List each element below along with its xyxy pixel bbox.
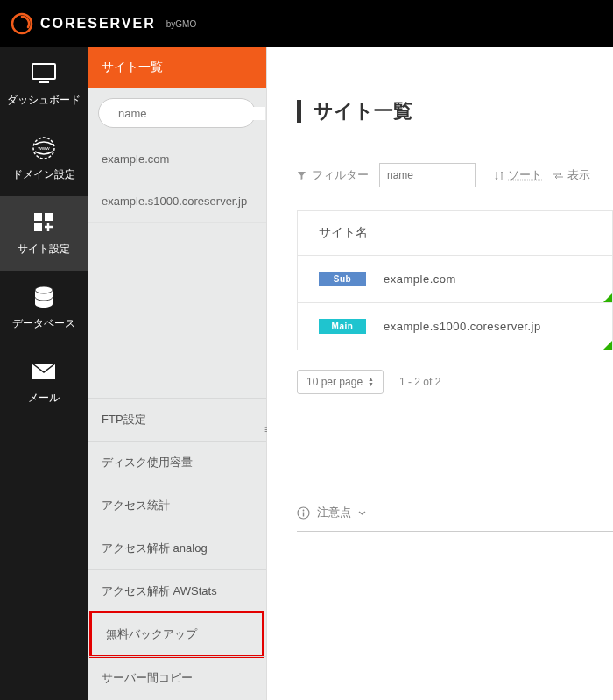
info-icon — [297, 506, 310, 520]
tool-disk[interactable]: ディスク使用容量 — [88, 441, 266, 484]
nav-label: データベース — [12, 316, 75, 331]
nav-database[interactable]: データベース — [0, 271, 88, 345]
globe-icon: www — [30, 136, 58, 160]
grid-plus-icon — [30, 210, 58, 235]
domain-text: example.com — [384, 272, 456, 286]
highlight-box: 無料バックアップ — [89, 611, 264, 658]
nav-domain[interactable]: www ドメイン設定 — [0, 122, 88, 196]
tool-stats[interactable]: アクセス統計 — [88, 484, 266, 527]
sort-button[interactable]: ソート — [495, 167, 542, 183]
svg-text:www: www — [38, 145, 51, 151]
filter-label: フィルター — [297, 167, 369, 183]
nav-mail[interactable]: メール — [0, 345, 88, 420]
nav-label: サイト設定 — [18, 242, 70, 257]
notes-toggle[interactable]: 注意点 — [297, 505, 613, 520]
row-corner-mark — [603, 293, 612, 302]
table-row[interactable]: Sub example.com — [298, 256, 612, 303]
sort-icon — [495, 171, 504, 180]
svg-rect-7 — [34, 223, 42, 231]
svg-rect-2 — [39, 81, 49, 83]
svg-rect-13 — [303, 512, 304, 516]
site-filter-input[interactable] — [118, 107, 265, 120]
svg-point-12 — [303, 509, 305, 511]
brand-name: CORESERVER — [40, 16, 156, 32]
database-icon — [30, 285, 58, 309]
page-title: サイト一覧 — [314, 98, 412, 124]
brand-suffix: byGMO — [166, 19, 196, 29]
name-filter-input[interactable] — [379, 163, 476, 187]
nav-label: ダッシュボード — [7, 93, 81, 108]
divider — [297, 531, 613, 532]
chevron-down-icon — [358, 509, 366, 517]
nav-label: ドメイン設定 — [12, 167, 75, 182]
nav-dashboard[interactable]: ダッシュボード — [0, 47, 88, 122]
filter-icon — [297, 171, 306, 180]
site-table: サイト名 Sub example.com Main example.s1000.… — [297, 210, 613, 350]
site-list-item[interactable]: example.s1000.coreserver.jp — [88, 180, 266, 223]
top-bar: CORESERVER byGMO — [0, 0, 613, 47]
table-row[interactable]: Main example.s1000.coreserver.jp — [298, 303, 612, 350]
brand-logo[interactable]: CORESERVER byGMO — [11, 12, 196, 35]
sub-nav: サイト一覧 example.com example.s1000.coreserv… — [88, 47, 267, 700]
title-accent — [297, 100, 301, 123]
domain-text: example.s1000.coreserver.jp — [384, 320, 541, 333]
nav-label: メール — [28, 391, 60, 406]
subnav-title: サイト一覧 — [88, 47, 266, 88]
tool-ftp[interactable]: FTP設定 — [88, 398, 266, 441]
stepper-arrows-icon: ▲▼ — [368, 377, 374, 387]
svg-rect-5 — [34, 213, 42, 221]
monitor-icon — [30, 61, 58, 86]
nav-site[interactable]: サイト設定 — [0, 196, 88, 271]
swap-icon — [553, 172, 564, 180]
site-list-item[interactable]: example.com — [88, 138, 266, 180]
badge-main: Main — [319, 319, 366, 334]
tool-list: FTP設定 ディスク使用容量 アクセス統計 アクセス解析 analog アクセス… — [88, 398, 266, 699]
brand-icon — [11, 12, 33, 35]
per-page-select[interactable]: 10 per page ▲▼ — [297, 370, 384, 394]
tool-servercopy[interactable]: サーバー間コピー — [88, 656, 266, 699]
row-corner-mark — [603, 341, 612, 350]
svg-rect-6 — [45, 213, 53, 221]
badge-sub: Sub — [319, 272, 366, 286]
display-button[interactable]: 表示 — [553, 167, 590, 183]
tool-analog[interactable]: アクセス解析 analog — [88, 527, 266, 569]
site-filter[interactable] — [98, 98, 256, 128]
table-header-sitename: サイト名 — [298, 211, 612, 256]
mail-icon — [30, 359, 58, 384]
page-info: 1 - 2 of 2 — [399, 376, 440, 388]
main-content: サイト一覧 フィルター ソート 表示 サイト名 Sub example.com — [267, 47, 613, 700]
primary-nav: ダッシュボード www ドメイン設定 サイト設定 データベース メール — [0, 47, 88, 700]
tool-backup[interactable]: 無料バックアップ — [92, 613, 262, 655]
tool-awstats[interactable]: アクセス解析 AWStats — [88, 569, 266, 612]
svg-rect-1 — [32, 64, 55, 79]
